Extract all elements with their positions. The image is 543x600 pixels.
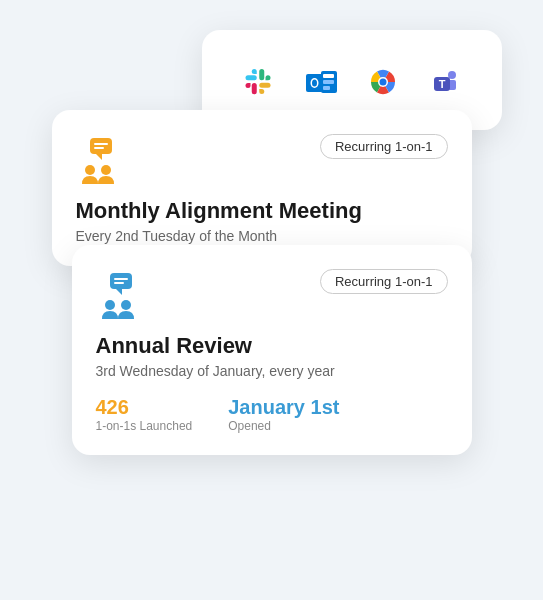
monthly-title: Monthly Alignment Meeting [76,198,448,224]
svg-point-14 [448,71,456,79]
annual-stats-row: 426 1-on-1s Launched January 1st Opened [96,395,448,433]
scene: T Recurring 1-on-1 Monthly Al [42,30,502,570]
svg-rect-18 [90,138,112,154]
teams-icon: T [423,60,467,104]
svg-text:T: T [438,78,445,90]
svg-rect-5 [323,86,330,90]
svg-marker-25 [116,289,122,295]
monthly-card-header: Recurring 1-on-1 [76,134,448,188]
stat-launched: 426 1-on-1s Launched [96,395,193,433]
annual-subtitle: 3rd Wednesday of January, every year [96,363,448,379]
svg-rect-20 [94,143,108,145]
outlook-icon [299,60,343,104]
stat-launched-value: 426 [96,395,193,419]
annual-meeting-icon [96,269,150,323]
annual-title: Annual Review [96,333,448,359]
svg-rect-3 [323,74,334,78]
svg-point-29 [121,300,131,310]
svg-rect-4 [323,80,334,84]
chrome-icon [361,60,405,104]
svg-point-28 [105,300,115,310]
annual-review-card: Recurring 1-on-1 Annual Review 3rd Wedne… [72,245,472,455]
svg-marker-19 [96,154,102,160]
svg-rect-24 [110,273,132,289]
monthly-badge: Recurring 1-on-1 [320,134,448,159]
monthly-meeting-card: Recurring 1-on-1 Monthly Alignment Meeti… [52,110,472,266]
svg-point-8 [312,80,317,87]
slack-icon [237,60,281,104]
annual-card-header: Recurring 1-on-1 [96,269,448,323]
stat-launched-label: 1-on-1s Launched [96,419,193,433]
svg-rect-0 [242,65,276,99]
svg-rect-27 [114,282,124,284]
svg-rect-21 [94,147,104,149]
stat-opened-value: January 1st [228,395,339,419]
svg-point-12 [379,79,386,86]
monthly-subtitle: Every 2nd Tuesday of the Month [76,228,448,244]
svg-point-23 [101,165,111,175]
monthly-meeting-icon [76,134,130,188]
svg-rect-26 [114,278,128,280]
annual-badge: Recurring 1-on-1 [320,269,448,294]
svg-point-22 [85,165,95,175]
stat-opened-label: Opened [228,419,339,433]
stat-opened: January 1st Opened [228,395,339,433]
